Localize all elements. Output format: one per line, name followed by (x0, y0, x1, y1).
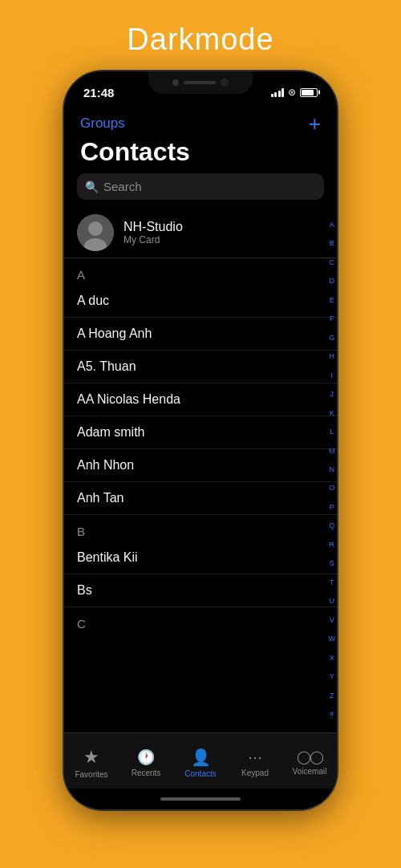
contacts-list: NH-Studio My Card A A duc A Hoang Anh A5… (64, 208, 337, 732)
home-indicator (64, 789, 337, 809)
tab-bar: ★ Favorites 🕐 Recents 👤 Contacts ⋯ Keypa… (64, 732, 337, 789)
search-placeholder: Search (103, 180, 142, 193)
contact-item[interactable]: AA Nicolas Henda (64, 383, 337, 416)
index-letter[interactable]: D (330, 277, 335, 286)
my-card[interactable]: NH-Studio My Card (64, 208, 337, 258)
my-card-name: NH-Studio (124, 220, 183, 234)
index-letter[interactable]: X (330, 654, 334, 663)
contact-name: Bentika Kii (77, 550, 138, 564)
contacts-title: Contacts (80, 137, 190, 166)
avatar (77, 214, 114, 251)
contact-name: A5. Thuan (77, 359, 136, 373)
contact-name: Adam smith (77, 425, 144, 439)
favorites-label: Favorites (75, 770, 107, 779)
contact-item[interactable]: Anh Nhon (64, 449, 337, 482)
index-letter[interactable]: W (329, 635, 336, 644)
contact-item[interactable]: Bs (64, 574, 337, 607)
index-letter[interactable]: S (330, 559, 334, 569)
index-letter[interactable]: E (330, 296, 334, 306)
contact-item[interactable]: Anh Tan (64, 482, 337, 515)
status-time: 21:48 (83, 86, 114, 99)
index-letter[interactable]: I (330, 371, 333, 381)
index-letter[interactable]: Y (330, 672, 334, 682)
index-letter[interactable]: A (330, 221, 334, 230)
contacts-label: Contacts (184, 769, 216, 778)
my-card-info: NH-Studio My Card (124, 220, 183, 245)
add-contact-button[interactable]: + (309, 113, 321, 134)
index-letter[interactable]: H (330, 352, 335, 362)
phone-frame: 21:48 ⊛ (64, 71, 337, 809)
wifi-icon: ⊛ (288, 87, 296, 98)
status-icons: ⊛ (271, 87, 318, 98)
index-letter[interactable]: V (330, 616, 334, 626)
index-letter[interactable]: N (330, 465, 335, 475)
index-letter[interactable]: K (330, 409, 334, 419)
home-bar (160, 797, 241, 801)
recents-icon: 🕐 (137, 748, 155, 766)
battery-icon (300, 88, 318, 97)
index-letter[interactable]: Q (329, 521, 334, 531)
contact-item[interactable]: Adam smith (64, 416, 337, 449)
app-content: Groups + Contacts 🔍 Search (64, 107, 337, 809)
contact-name: A duc (77, 294, 109, 307)
tab-favorites[interactable]: ★ Favorites (64, 747, 119, 779)
nav-bar: Groups + (64, 107, 337, 137)
tab-contacts[interactable]: 👤 Contacts (173, 748, 228, 778)
search-icon: 🔍 (85, 180, 99, 193)
page-header: Contacts (64, 137, 337, 173)
keypad-icon: ⋯ (248, 748, 262, 766)
contact-item[interactable]: Bentika Kii (64, 541, 337, 574)
page-background-title: Darkmode (127, 22, 273, 57)
index-letter[interactable]: C (330, 258, 335, 268)
index-letter[interactable]: J (330, 390, 334, 400)
tab-recents[interactable]: 🕐 Recents (119, 748, 173, 777)
contact-name: Anh Tan (77, 491, 124, 505)
index-letter[interactable]: P (330, 503, 334, 513)
index-letter[interactable]: B (330, 239, 334, 249)
index-letter[interactable]: # (330, 710, 334, 720)
contacts-icon: 👤 (191, 748, 211, 767)
index-letter[interactable]: U (330, 597, 335, 606)
groups-button[interactable]: Groups (80, 116, 125, 132)
index-letter[interactable]: L (330, 428, 334, 437)
favorites-icon: ★ (83, 747, 99, 768)
contact-item[interactable]: A5. Thuan (64, 351, 337, 383)
search-bar[interactable]: 🔍 Search (77, 173, 324, 200)
svg-point-1 (88, 221, 103, 236)
index-letter[interactable]: G (329, 334, 334, 343)
section-header-b: B (64, 515, 337, 541)
index-letter[interactable]: R (330, 541, 335, 550)
contacts-scroll: NH-Studio My Card A A duc A Hoang Anh A5… (64, 208, 337, 732)
section-header-c: C (64, 607, 337, 634)
index-letter[interactable]: F (330, 314, 334, 324)
my-card-label: My Card (124, 234, 183, 245)
contact-name: AA Nicolas Henda (77, 392, 180, 406)
index-letter[interactable]: O (329, 484, 334, 493)
contact-name: Bs (77, 583, 92, 597)
contact-item[interactable]: A Hoang Anh (64, 318, 337, 351)
recents-label: Recents (132, 769, 161, 777)
tab-voicemail[interactable]: ◯◯ Voicemail (282, 749, 337, 776)
search-container: 🔍 Search (64, 173, 337, 208)
tab-keypad[interactable]: ⋯ Keypad (228, 748, 282, 777)
index-letter[interactable]: M (329, 447, 335, 456)
contact-name: A Hoang Anh (77, 327, 152, 340)
signal-icon (271, 87, 285, 97)
index-letter[interactable]: T (330, 578, 334, 588)
index-letter[interactable]: Z (330, 692, 334, 701)
voicemail-label: Voicemail (293, 767, 327, 776)
voicemail-icon: ◯◯ (297, 749, 322, 765)
contact-name: Anh Nhon (77, 458, 134, 472)
contact-item[interactable]: A duc (64, 285, 337, 318)
keypad-label: Keypad (241, 769, 269, 777)
index-sidebar[interactable]: A B C D E F G H I J K L M N O P Q (329, 216, 336, 724)
status-bar: 21:48 ⊛ (64, 71, 337, 107)
section-header-a: A (64, 258, 337, 285)
notch (148, 71, 253, 94)
